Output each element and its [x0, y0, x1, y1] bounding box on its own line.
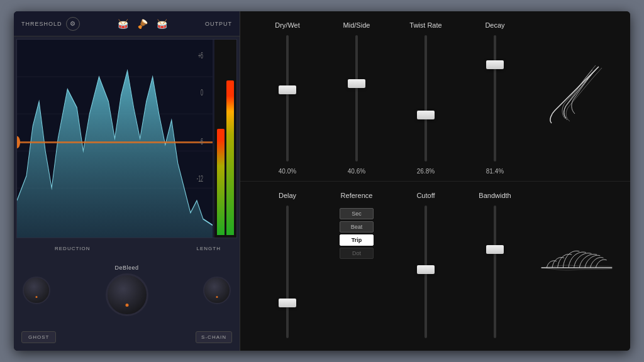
art-section-bottom — [530, 192, 624, 345]
bandwidth-thumb[interactable] — [486, 245, 504, 254]
length-label: LENGTH — [197, 246, 221, 251]
fader-group-midside: Mid/Side 40.6% — [322, 21, 391, 175]
reduction-label: REDUCTION — [55, 246, 91, 251]
delay-thumb[interactable] — [279, 299, 296, 307]
midside-label: Mid/Side — [343, 21, 370, 29]
vu-meter — [214, 40, 236, 238]
debleed-container: DeBleed — [57, 265, 197, 316]
schain-button[interactable]: S-CHAIN — [196, 331, 232, 343]
controls-labels: REDUCTION LENGTH — [20, 246, 233, 251]
decay-thumb[interactable] — [486, 60, 504, 69]
drywet-track[interactable] — [286, 35, 289, 162]
bottom-buttons: GHOST S-CHAIN — [20, 329, 233, 346]
twist-track[interactable] — [425, 35, 427, 162]
svg-text:-6: -6 — [199, 137, 203, 146]
bottom-section: Delay Reference Sec Beat Trip Dot Cutoff — [240, 182, 630, 351]
bandwidth-track[interactable] — [494, 206, 496, 339]
decay-label: Decay — [485, 21, 504, 29]
bandwidth-label: Bandwidth — [479, 192, 511, 199]
plugin-container: THRESHOLD ⚙ 🥁 🪘 🥁 OUTPUT — [14, 11, 630, 351]
twist-label: Twist Rate — [409, 21, 441, 29]
drum-icon-1[interactable]: 🥁 — [118, 19, 128, 29]
vu-bar-2 — [226, 80, 234, 235]
fader-group-delay: Delay — [253, 192, 322, 345]
fader-group-decay: Decay 81.4% — [460, 21, 530, 175]
cutoff-label: Cutoff — [416, 192, 435, 199]
delay-label: Delay — [279, 192, 296, 199]
debleed-knob[interactable] — [106, 273, 148, 316]
threshold-label: THRESHOLD — [21, 21, 62, 27]
top-bar-icons: 🥁 🪘 🥁 — [118, 19, 167, 29]
cutoff-thumb[interactable] — [417, 265, 435, 274]
art-svg-bottom — [536, 230, 618, 305]
fader-group-reference: Reference Sec Beat Trip Dot — [322, 192, 391, 345]
settings-icon[interactable]: ⚙ — [66, 17, 80, 31]
fader-group-cutoff: Cutoff — [391, 192, 460, 345]
length-knob[interactable] — [203, 277, 231, 304]
top-bar-left: THRESHOLD ⚙ — [21, 17, 80, 31]
svg-text:+6: +6 — [198, 50, 203, 60]
length-knob-indicator — [216, 296, 218, 298]
vu-bar-1 — [217, 129, 225, 235]
delay-track[interactable] — [286, 206, 289, 339]
left-panel: THRESHOLD ⚙ 🥁 🪘 🥁 OUTPUT — [14, 11, 240, 351]
waveform-svg: +6 0 -6 -12 — [17, 40, 213, 238]
ghost-button[interactable]: GHOST — [21, 331, 56, 343]
ref-beat-button[interactable]: Beat — [340, 221, 374, 233]
midside-value: 40.6% — [348, 168, 365, 175]
twist-value: 26.8% — [417, 168, 435, 175]
fader-group-twist: Twist Rate 26.8% — [391, 21, 460, 175]
midside-thumb[interactable] — [348, 79, 365, 88]
reduction-knob[interactable] — [23, 277, 50, 304]
fader-group-drywet: Dry/Wet 40.0% — [253, 21, 322, 175]
top-section: Dry/Wet 40.0% Mid/Side 40.6% Twist Rate … — [240, 11, 630, 182]
top-bar: THRESHOLD ⚙ 🥁 🪘 🥁 OUTPUT — [14, 11, 240, 36]
waveform-area: +6 0 -6 -12 — [16, 39, 237, 238]
midside-track[interactable] — [355, 35, 358, 162]
debleed-knob-indicator — [125, 304, 128, 307]
cutoff-track[interactable] — [425, 206, 427, 339]
drywet-thumb[interactable] — [279, 85, 296, 94]
svg-text:-12: -12 — [197, 174, 203, 184]
ref-trip-button[interactable]: Trip — [340, 234, 374, 246]
controls-area: REDUCTION LENGTH DeBleed — [14, 241, 240, 351]
drum-icon-3[interactable]: 🥁 — [157, 19, 167, 29]
fader-group-bandwidth: Bandwidth — [460, 192, 530, 345]
reduction-knob-indicator — [36, 296, 38, 298]
drum-icon-2[interactable]: 🪘 — [137, 19, 148, 29]
knobs-row: DeBleed — [20, 254, 233, 326]
decay-track[interactable] — [494, 35, 496, 162]
twist-thumb[interactable] — [417, 111, 435, 119]
svg-text:0: 0 — [201, 87, 203, 97]
reference-label: Reference — [341, 192, 373, 199]
output-label: OUTPUT — [205, 21, 232, 27]
debleed-label: DeBleed — [114, 265, 138, 271]
ref-dot-button[interactable]: Dot — [340, 248, 374, 259]
art-svg-top — [536, 60, 618, 136]
art-section-top — [530, 21, 624, 175]
reference-options: Sec Beat Trip Dot — [340, 208, 374, 259]
decay-value: 81.4% — [486, 168, 504, 175]
ref-sec-button[interactable]: Sec — [340, 208, 374, 219]
drywet-value: 40.0% — [279, 168, 296, 175]
right-panel: Dry/Wet 40.0% Mid/Side 40.6% Twist Rate … — [240, 11, 630, 351]
drywet-label: Dry/Wet — [275, 21, 300, 29]
